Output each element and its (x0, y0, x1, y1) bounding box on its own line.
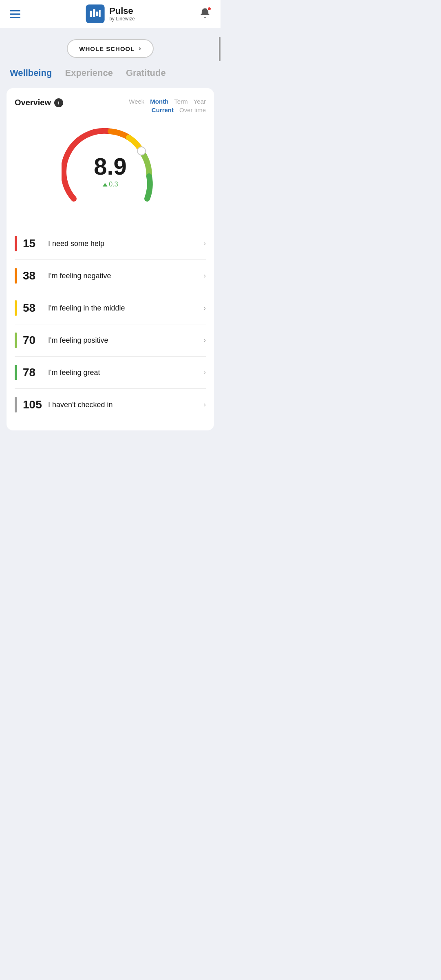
filter-term[interactable]: Term (174, 98, 187, 105)
scrollbar[interactable] (219, 37, 220, 61)
chevron-right-icon: › (204, 401, 206, 408)
svg-rect-1 (93, 9, 95, 17)
list-item[interactable]: 78 I'm feeling great › (15, 356, 206, 388)
info-icon[interactable]: i (54, 98, 63, 107)
chevron-right-icon: › (204, 369, 206, 376)
chevron-right-icon: › (204, 304, 206, 312)
logo-icon (86, 4, 104, 23)
notification-badge (207, 7, 212, 11)
filter-week[interactable]: Week (129, 98, 144, 105)
filter-year[interactable]: Year (194, 98, 206, 105)
item-label: I'm feeling in the middle (48, 304, 198, 313)
status-color-bar (15, 333, 17, 348)
gauge-delta: 0.3 (94, 181, 127, 188)
view-row: Current Over time (152, 106, 206, 113)
list-item[interactable]: 58 I'm feeling in the middle › (15, 292, 206, 324)
app-logo: Pulse by Linewize (86, 4, 135, 23)
gauge-center: 8.9 0.3 (94, 155, 127, 188)
status-color-bar (15, 365, 17, 380)
linewize-logo-svg (89, 8, 101, 20)
status-color-bar (15, 397, 17, 412)
item-label: I'm feeling great (48, 368, 198, 377)
chevron-right-icon: › (139, 45, 141, 52)
school-selector[interactable]: WHOLE SCHOOL › (67, 39, 154, 58)
overview-header: Overview i Week Month Term Year Current … (15, 98, 206, 113)
svg-rect-3 (99, 10, 101, 17)
time-period-row: Week Month Term Year (129, 98, 206, 105)
filter-month[interactable]: Month (150, 98, 168, 105)
list-item[interactable]: 15 I need some help › (15, 228, 206, 259)
gauge-value: 8.9 (94, 155, 127, 178)
chevron-right-icon: › (204, 272, 206, 279)
wellbeing-list: 15 I need some help › 38 I'm feeling neg… (15, 228, 206, 421)
hamburger-menu[interactable] (10, 10, 20, 18)
item-label: I'm feeling negative (48, 272, 198, 280)
notification-button[interactable] (199, 7, 211, 20)
item-count: 38 (23, 269, 42, 282)
filter-current[interactable]: Current (152, 106, 174, 113)
item-label: I haven't checked in (48, 401, 198, 409)
svg-rect-2 (96, 11, 98, 16)
item-count: 78 (23, 366, 42, 379)
gauge-needle (137, 147, 146, 155)
list-item[interactable]: 38 I'm feeling negative › (15, 259, 206, 292)
school-name: WHOLE SCHOOL (79, 45, 135, 52)
app-name: Pulse (109, 6, 135, 16)
filter-overtime[interactable]: Over time (179, 106, 206, 113)
list-item[interactable]: 70 I'm feeling positive › (15, 324, 206, 356)
svg-rect-0 (90, 11, 92, 17)
tab-wellbeing[interactable]: Wellbeing (10, 68, 52, 80)
app-subtitle: by Linewize (109, 16, 135, 22)
tab-experience[interactable]: Experience (65, 68, 113, 80)
gauge: 8.9 0.3 (62, 123, 159, 221)
status-color-bar (15, 300, 17, 316)
item-count: 15 (23, 237, 42, 250)
chevron-right-icon: › (204, 240, 206, 247)
delta-value: 0.3 (109, 181, 118, 188)
overview-title: Overview i (15, 98, 63, 107)
school-selector-wrap: WHOLE SCHOOL › (0, 28, 220, 61)
tab-gratitude[interactable]: Gratitude (126, 68, 166, 80)
item-count: 58 (23, 302, 42, 315)
item-label: I'm feeling positive (48, 336, 198, 345)
chevron-right-icon: › (204, 337, 206, 344)
status-color-bar (15, 268, 17, 284)
overview-card: Overview i Week Month Term Year Current … (7, 88, 214, 430)
delta-arrow-up-icon (102, 183, 107, 186)
header: Pulse by Linewize (0, 0, 220, 28)
item-count: 70 (23, 334, 42, 347)
item-label: I need some help (48, 239, 198, 248)
time-filters: Week Month Term Year Current Over time (129, 98, 206, 113)
item-count: 105 (23, 398, 42, 411)
status-color-bar (15, 236, 17, 251)
gauge-wrap: 8.9 0.3 (15, 123, 206, 221)
main-tabs: Wellbeing Experience Gratitude (0, 61, 220, 83)
list-item[interactable]: 105 I haven't checked in › (15, 388, 206, 421)
logo-text: Pulse by Linewize (109, 6, 135, 22)
